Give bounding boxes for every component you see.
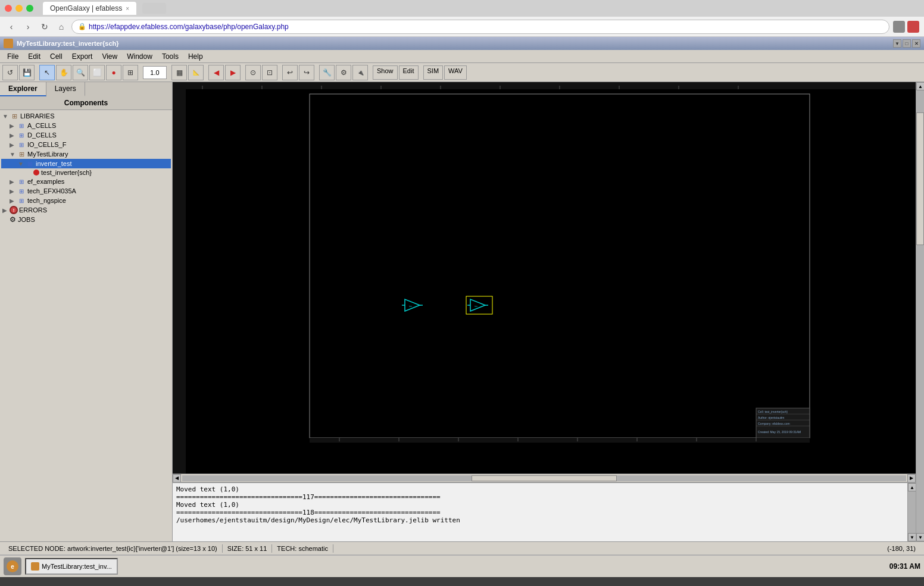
- tree-item-ef-examples[interactable]: ▶ ⊞ ef_examples: [1, 177, 171, 186]
- tree-item-tech-ngspice[interactable]: ▶ ⊞ tech_ngspice: [1, 196, 171, 205]
- toolbar-redo-button[interactable]: ↪: [299, 65, 314, 80]
- menu-window[interactable]: Window: [122, 51, 157, 62]
- tree-label-d-cells: D_CELLS: [27, 131, 57, 139]
- tree-label-libraries: LIBRARIES: [20, 112, 54, 120]
- toolbar-area-button[interactable]: ⬜: [89, 65, 105, 80]
- canvas-area: Cell: test_inverter{sch} Author: ejentst…: [173, 82, 916, 541]
- app-window: MyTestLibrary:test_inverter{sch} ▼ □ ✕ F…: [0, 37, 924, 554]
- toolbar-open-button[interactable]: ↺: [2, 65, 18, 80]
- cell-icon: ⊞: [25, 159, 35, 168]
- menu-tools[interactable]: Tools: [157, 51, 183, 62]
- tree-label-a-cells: A_CELLS: [27, 122, 56, 129]
- tab-close-button[interactable]: ×: [126, 5, 129, 12]
- back-button[interactable]: ‹: [5, 20, 18, 33]
- menu-icon[interactable]: [907, 21, 919, 33]
- scroll-left-button[interactable]: ◀: [173, 474, 181, 482]
- scroll-down-button[interactable]: ▼: [916, 533, 924, 541]
- close-button[interactable]: [5, 5, 12, 12]
- titlebar-restore-button[interactable]: □: [903, 39, 911, 48]
- toolbar-prev-button[interactable]: ◀: [208, 65, 224, 80]
- toolbar-pan-button[interactable]: ✋: [56, 65, 71, 80]
- toolbar-settings-button[interactable]: ⚙: [336, 65, 351, 80]
- browser-tab[interactable]: OpenGalaxy | efabless ×: [43, 2, 136, 15]
- horizontal-scrollbar[interactable]: ◀ ▶: [173, 474, 916, 482]
- tree-item-tech-efxh035a[interactable]: ▶ ⊞ tech_EFXH035A: [1, 186, 171, 196]
- app-logo-icon: [4, 39, 13, 48]
- home-button[interactable]: ⌂: [55, 20, 68, 33]
- toolbar-measure-button[interactable]: 📐: [188, 65, 204, 80]
- taskbar-app-button[interactable]: MyTestLibrary:test_inv...: [25, 558, 118, 575]
- expand-icon: ▶: [10, 188, 17, 195]
- scrollbar-thumb[interactable]: [472, 475, 616, 481]
- forward-button[interactable]: ›: [21, 20, 35, 33]
- scroll-thumb[interactable]: [916, 112, 924, 245]
- log-line-4: ================================118=====…: [176, 509, 904, 516]
- tree-item-errors[interactable]: ▶ ! ERRORS: [1, 205, 171, 215]
- tab-layers[interactable]: Layers: [46, 82, 85, 96]
- toolbar-undo-button[interactable]: ↩: [282, 65, 298, 80]
- tree-item-inverter-test[interactable]: ▼ ⊞ inverter_test: [1, 159, 171, 168]
- ssl-lock-icon: 🔒: [78, 23, 86, 30]
- maximize-button[interactable]: [26, 5, 33, 12]
- schematic-view[interactable]: Cell: test_inverter{sch} Author: ejentst…: [173, 82, 916, 474]
- expand-icon: ▼: [18, 161, 25, 167]
- url-text: https://efappdev.efabless.com/galaxybase…: [89, 23, 289, 31]
- svg-rect-1: [173, 82, 916, 89]
- tree-item-io-cells-f[interactable]: ▶ ⊞ IO_CELLS_F: [1, 140, 171, 149]
- menu-edit[interactable]: Edit: [23, 51, 45, 62]
- menu-cell[interactable]: Cell: [45, 51, 67, 62]
- tree-item-a-cells[interactable]: ▶ ⊞ A_CELLS: [1, 121, 171, 130]
- menu-file[interactable]: File: [2, 51, 23, 62]
- menu-view[interactable]: View: [97, 51, 122, 62]
- toolbar-plug-button[interactable]: 🔌: [352, 65, 368, 80]
- zoom-input[interactable]: [143, 66, 167, 79]
- minimize-button[interactable]: [15, 5, 23, 12]
- tab-title: OpenGalaxy | efabless: [50, 4, 122, 12]
- refresh-button[interactable]: ↻: [38, 20, 51, 33]
- expand-icon: ▶: [10, 142, 17, 148]
- show-button[interactable]: Show: [373, 65, 398, 80]
- toolbar-zoom-button[interactable]: 🔍: [73, 65, 88, 80]
- toolbar-target-button[interactable]: ⊡: [262, 65, 277, 80]
- expand-icon: ▶: [2, 207, 10, 214]
- menu-export[interactable]: Export: [67, 51, 98, 62]
- cell-icon: ⊞: [17, 187, 26, 195]
- menu-help[interactable]: Help: [183, 51, 208, 62]
- right-scrollbar[interactable]: ▲ ▼: [916, 82, 924, 541]
- wav-button[interactable]: WAV: [444, 65, 467, 80]
- tree-item-test-inverter-sch[interactable]: test_inverter{sch}: [1, 168, 171, 177]
- new-tab-button[interactable]: [142, 3, 166, 14]
- titlebar-close-button[interactable]: ✕: [912, 39, 920, 48]
- toolbar-snap-button[interactable]: ▦: [171, 65, 187, 80]
- log-scrollbar[interactable]: ▲ ▼: [907, 483, 916, 541]
- log-scroll-down-button[interactable]: ▼: [908, 533, 916, 541]
- toolbar-next-button[interactable]: ▶: [225, 65, 241, 80]
- tree-item-jobs[interactable]: ⚙ JOBS: [1, 215, 171, 224]
- toolbar-tool1-button[interactable]: 🔧: [319, 65, 335, 80]
- sim-button[interactable]: SIM: [423, 65, 444, 80]
- taskbar-app-icon: [31, 562, 39, 571]
- titlebar-minimize-button[interactable]: ▼: [893, 39, 901, 48]
- tree-item-libraries[interactable]: ▼ ⊞ LIBRARIES: [1, 111, 171, 121]
- tree-label-errors: ERRORS: [19, 206, 47, 214]
- tab-explorer[interactable]: Explorer: [0, 82, 46, 96]
- address-bar[interactable]: 🔒 https://efappdev.efabless.com/galaxyba…: [71, 20, 889, 34]
- toolbar-draw-button[interactable]: ●: [106, 65, 121, 80]
- toolbar-select-button[interactable]: ↖: [39, 65, 55, 80]
- toolbar-save-button[interactable]: 💾: [19, 65, 35, 80]
- tree-view: ▼ ⊞ LIBRARIES ▶ ⊞ A_CELLS ▶ ⊞ D_CELLS: [0, 110, 172, 541]
- tree-item-mytestlibrary[interactable]: ▼ ⊞ MyTestLibrary: [1, 149, 171, 159]
- schematic-canvas: Cell: test_inverter{sch} Author: ejentst…: [173, 82, 916, 474]
- scroll-right-button[interactable]: ▶: [907, 474, 916, 482]
- svg-text:e: e: [11, 563, 14, 570]
- scrollbar-track[interactable]: [182, 475, 906, 481]
- toolbar-eye-button[interactable]: ⊙: [245, 65, 261, 80]
- toolbar-grid-button[interactable]: ⊞: [123, 65, 138, 80]
- edit-button[interactable]: Edit: [399, 65, 419, 80]
- tree-item-d-cells[interactable]: ▶ ⊞ D_CELLS: [1, 130, 171, 140]
- cell-icon: ⊞: [17, 121, 26, 130]
- error-icon: !: [10, 206, 18, 214]
- browser-nav: ‹ › ↻ ⌂ 🔒 https://efappdev.efabless.com/…: [0, 17, 924, 37]
- scroll-up-button[interactable]: ▲: [916, 82, 924, 90]
- log-scroll-up-button[interactable]: ▲: [908, 483, 916, 491]
